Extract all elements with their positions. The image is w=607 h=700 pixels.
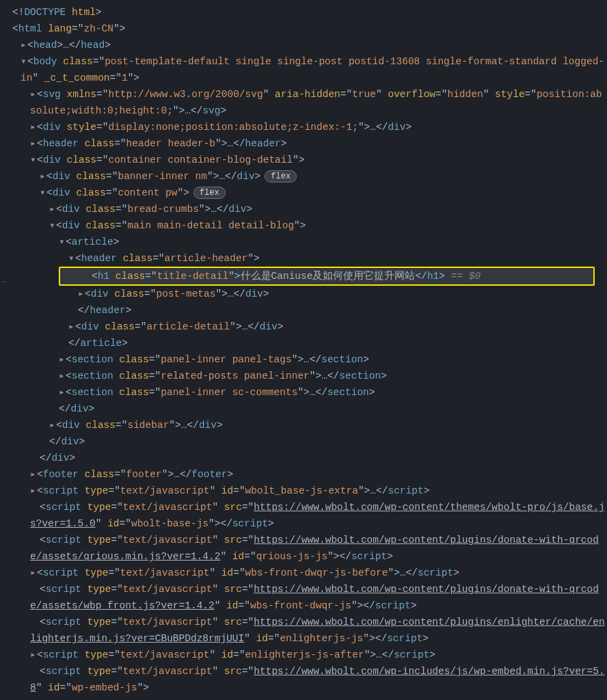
collapse-arrow-icon[interactable]: ▾ (59, 234, 66, 250)
expand-arrow-icon[interactable]: ▸ (59, 384, 66, 401)
code-line[interactable]: ▾<div class="main main-detail detail-blo… (0, 217, 607, 234)
code-line[interactable]: ▾<article> (0, 234, 607, 250)
code-line[interactable]: </div> (0, 433, 607, 450)
flex-badge[interactable]: flex (193, 187, 226, 199)
code-line[interactable]: <script type="text/javascript" src="http… (0, 663, 607, 696)
gutter-ellipsis: … (0, 272, 12, 288)
expand-arrow-icon[interactable]: ▸ (49, 417, 56, 433)
code-line[interactable]: ▸<svg xmlns="http://www.w3.org/2000/svg"… (0, 86, 607, 119)
collapse-arrow-icon[interactable]: ▾ (21, 53, 27, 70)
expand-arrow-icon[interactable]: ▸ (59, 351, 66, 368)
code-line[interactable]: ▸<script type="text/javascript" id="wbs-… (0, 565, 607, 581)
expand-arrow-icon[interactable]: ▸ (30, 647, 37, 663)
code-line[interactable]: ▸<section class="related-posts panel-inn… (0, 368, 607, 384)
code-line[interactable]: <!DOCTYPE html> (0, 4, 607, 21)
expand-arrow-icon[interactable]: ▸ (30, 119, 37, 135)
code-line[interactable]: ▸<script type="text/javascript" id="wbol… (0, 483, 607, 499)
code-line[interactable]: ▸<div class="post-metas">…</div> (0, 286, 607, 302)
code-line[interactable]: ▾<div class="container container-blog-de… (0, 152, 607, 168)
code-line[interactable]: </header> (0, 302, 607, 319)
expand-arrow-icon[interactable]: ▸ (40, 168, 46, 185)
code-line[interactable]: <script type="text/javascript" src="http… (0, 614, 607, 647)
code-line[interactable]: </div> (0, 450, 607, 466)
expand-arrow-icon[interactable]: ▸ (30, 483, 37, 499)
code-line[interactable]: ▾<div class="content pw">flex (0, 185, 607, 201)
expand-arrow-icon[interactable]: ▸ (59, 368, 66, 384)
expand-arrow-icon[interactable]: ▸ (68, 319, 75, 335)
collapse-arrow-icon[interactable]: ▾ (68, 250, 75, 267)
code-line[interactable]: <script type="text/javascript" src="http… (0, 499, 607, 532)
code-line[interactable]: ▸<div class="article-detail">…</div> (0, 319, 607, 335)
collapse-arrow-icon[interactable]: ▾ (30, 152, 37, 168)
selected-element-row[interactable]: <h1 class="title-detail">什么是Caniuse及如何使用… (60, 268, 593, 284)
expand-arrow-icon[interactable]: ▸ (49, 201, 56, 217)
code-line[interactable]: ▸<div class="banner-inner nm">…</div>fle… (0, 168, 607, 185)
code-line[interactable]: <script type="text/javascript" src="http… (0, 532, 607, 565)
code-line[interactable]: ▸<header class="header header-b">…</head… (0, 135, 607, 152)
code-line[interactable]: </div> (0, 401, 607, 417)
code-line[interactable]: <script type="text/javascript" src="http… (0, 581, 607, 614)
expand-arrow-icon[interactable]: ▸ (78, 286, 85, 302)
expand-arrow-icon[interactable]: ▸ (21, 37, 27, 53)
expand-arrow-icon[interactable]: ▸ (30, 135, 37, 152)
flex-badge[interactable]: flex (265, 170, 297, 183)
code-line[interactable]: ▸<section class="panel-inner sc-comments… (0, 384, 607, 401)
code-line[interactable]: ▾<header class="article-header"> (0, 250, 607, 267)
code-line[interactable]: </article> (0, 335, 607, 351)
collapse-arrow-icon[interactable]: ▾ (49, 217, 56, 234)
expand-arrow-icon[interactable]: ▸ (30, 466, 37, 483)
code-line[interactable]: ▸<div class="sidebar">…</div> (0, 417, 607, 433)
code-line[interactable]: <html lang="zh-CN"> (0, 21, 607, 37)
expand-arrow-icon[interactable]: ▸ (30, 86, 37, 103)
collapse-arrow-icon[interactable]: ▾ (40, 185, 46, 201)
code-line[interactable]: ▸<script type="text/javascript" id="enli… (0, 647, 607, 663)
code-line[interactable]: ▸<footer class="footer">…</footer> (0, 466, 607, 483)
code-line[interactable]: ▸<section class="panel-inner panel-tags"… (0, 351, 607, 368)
code-line[interactable]: ▸<div class="bread-crumbs">…</div> (0, 201, 607, 217)
expand-arrow-icon[interactable]: ▸ (30, 565, 37, 581)
code-line[interactable]: ▸<head>…</head> (0, 37, 607, 53)
code-line[interactable]: ▸<div style="display:none;position:absol… (0, 119, 607, 135)
code-line[interactable]: ▾<body class="post-template-default sing… (0, 53, 607, 86)
